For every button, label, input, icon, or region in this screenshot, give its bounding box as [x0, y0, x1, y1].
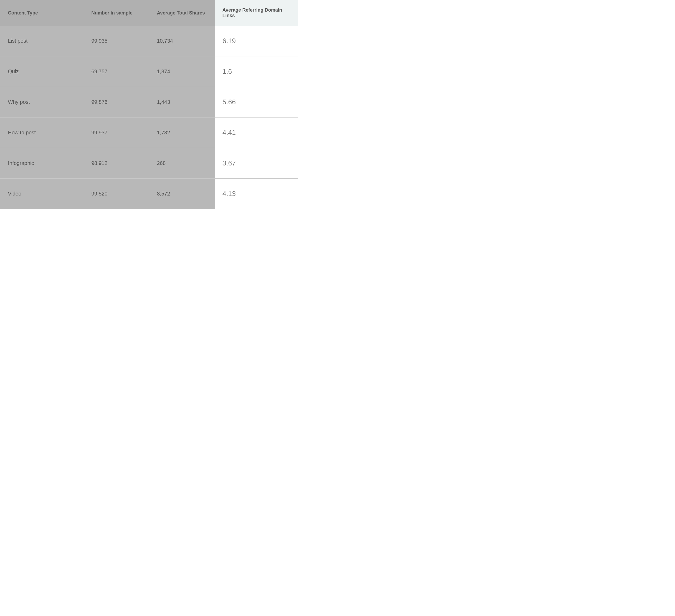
- cell-content-type: Quiz: [0, 57, 83, 87]
- cell-avg-total-shares: 10,734: [149, 26, 215, 57]
- cell-avg-total-shares: 1,782: [149, 117, 215, 148]
- table-row: Video99,5208,5724.13: [0, 179, 298, 209]
- cell-avg-referring-domain-links: 4.13: [215, 179, 298, 209]
- cell-avg-total-shares: 8,572: [149, 179, 215, 209]
- cell-content-type: List post: [0, 26, 83, 57]
- table-header-row: Content Type Number in sample Average To…: [0, 0, 298, 26]
- cell-number-in-sample: 99,935: [83, 26, 149, 57]
- cell-number-in-sample: 99,876: [83, 87, 149, 117]
- cell-avg-referring-domain-links: 1.6: [215, 57, 298, 87]
- cell-number-in-sample: 99,520: [83, 179, 149, 209]
- table-row: Quiz69,7571,3741.6: [0, 57, 298, 87]
- table-body: List post99,93510,7346.19Quiz69,7571,374…: [0, 26, 298, 209]
- data-table: Content Type Number in sample Average To…: [0, 0, 298, 209]
- cell-avg-referring-domain-links: 6.19: [215, 26, 298, 57]
- cell-number-in-sample: 69,757: [83, 57, 149, 87]
- cell-avg-referring-domain-links: 4.41: [215, 117, 298, 148]
- cell-number-in-sample: 98,912: [83, 148, 149, 179]
- cell-avg-total-shares: 268: [149, 148, 215, 179]
- cell-content-type: Why post: [0, 87, 83, 117]
- table-row: Why post99,8761,4435.66: [0, 87, 298, 117]
- cell-avg-total-shares: 1,374: [149, 57, 215, 87]
- cell-number-in-sample: 99,937: [83, 117, 149, 148]
- header-avg-referring-domain-links: Average Referring Domain Links: [215, 0, 298, 26]
- header-avg-total-shares: Average Total Shares: [149, 0, 215, 26]
- cell-content-type: Infographic: [0, 148, 83, 179]
- table-row: How to post99,9371,7824.41: [0, 117, 298, 148]
- cell-avg-referring-domain-links: 5.66: [215, 87, 298, 117]
- cell-content-type: Video: [0, 179, 83, 209]
- main-table-container: Content Type Number in sample Average To…: [0, 0, 298, 209]
- cell-avg-referring-domain-links: 3.67: [215, 148, 298, 179]
- table-row: Infographic98,9122683.67: [0, 148, 298, 179]
- cell-avg-total-shares: 1,443: [149, 87, 215, 117]
- header-content-type: Content Type: [0, 0, 83, 26]
- table-row: List post99,93510,7346.19: [0, 26, 298, 57]
- header-number-in-sample: Number in sample: [83, 0, 149, 26]
- cell-content-type: How to post: [0, 117, 83, 148]
